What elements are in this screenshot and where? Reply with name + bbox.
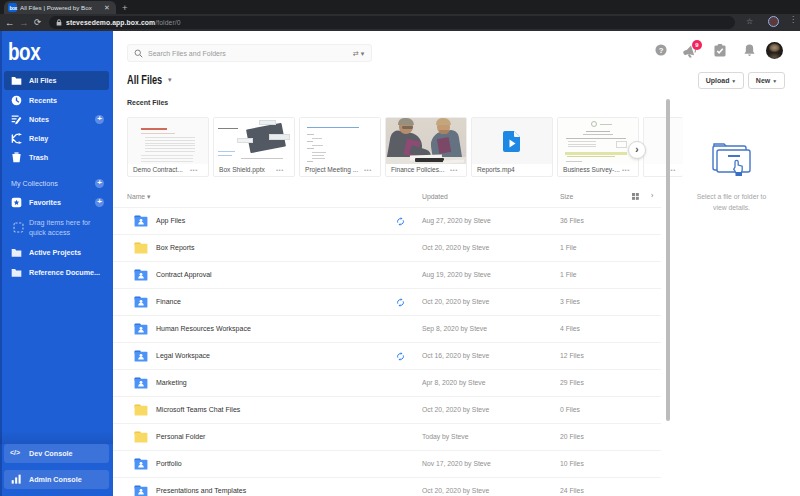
svg-text:?: ? — [659, 46, 664, 55]
